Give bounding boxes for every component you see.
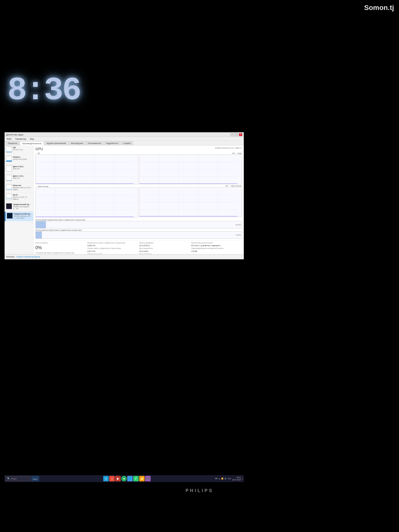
tab-app-history[interactable]: Журнал приложений [44, 141, 68, 145]
gpu-3d-container: ← 3D [35, 152, 138, 184]
gpu-3d-graph [35, 154, 138, 184]
sidebar-item-memory[interactable]: Память 3,6/19,9 ГБ (23%) [5, 155, 33, 164]
sidebar-item-wifi[interactable]: Wi-Fi Wi-Fi 0; 6,175; 3,7 Мбит/с [5, 193, 33, 202]
network-icon: 📶 [221, 478, 223, 480]
tab-startup[interactable]: Автозагрузка [69, 141, 85, 145]
app-browser[interactable]: 🌐 [127, 476, 133, 481]
cpu-info: ЦП 1% 3,77 ГГц [13, 146, 32, 151]
mem-bar [6, 160, 12, 162]
eth-line [6, 189, 12, 189]
taskbar-time: 20:42 23.07.2024 [232, 476, 241, 481]
shared-value: 7,9 ГБ [236, 234, 241, 236]
tab-details[interactable]: Подробности [104, 141, 120, 145]
mem-name: Память [13, 156, 32, 158]
menubar: Файл Параметры Вид [5, 137, 244, 141]
gpu-nvidia-name: Графический пр... [14, 213, 32, 215]
app-game[interactable]: 🎮 [145, 476, 151, 481]
clock-display-bar: 20:42 [232, 476, 241, 479]
disk0-sub: SSD 0% [13, 168, 32, 170]
gpu-bottom-graphs: ← Video Encode [35, 185, 242, 217]
release-value: 01.01.2024 [139, 250, 190, 253]
shared-bar: 7,9 ГБ [35, 231, 242, 239]
cpu-sub: 1% 3,77 ГГц [13, 149, 32, 151]
menu-file[interactable]: Файл [6, 137, 12, 140]
disk0-name: Диск 0 (D:) [13, 165, 32, 168]
total-value: 0,0/7,9 ГБ [87, 250, 138, 253]
disk1-sub: SSD 1% [13, 177, 32, 179]
wifi-name: Wi-Fi [13, 194, 32, 196]
disk1-info: Диск 1 (C:) SSD 1% [13, 175, 32, 179]
gpu-intel-name: Графический пр... [13, 203, 32, 206]
volume-icon: 🔊 [224, 478, 227, 480]
usage-label: Использование [35, 241, 86, 244]
start-label: Сбыт [33, 478, 38, 480]
gpu-nvidia-mini-graph [7, 213, 13, 219]
disk1-mini-graph [6, 175, 12, 181]
app-video[interactable]: ▶ [115, 476, 121, 481]
gpu-copy-graph [139, 154, 242, 184]
open-monitor-link[interactable]: Открыть монитор ресурсов [16, 256, 40, 258]
location-value: PCI слот 1, устройство 0, функция 0 [191, 244, 242, 247]
taskbar-search[interactable]: 🔍 Поиск [5, 476, 30, 481]
sidebar-item-gpu-intel[interactable]: Графический пр... Intel(R) HD Graphics 6… [5, 202, 33, 212]
driver-label: Версия драйвера [139, 241, 190, 244]
app-telegram[interactable]: ✈ [103, 476, 109, 481]
gpu-decode-graph [139, 187, 242, 217]
tray-icon-1: ▲ [218, 478, 220, 480]
gpu-3d-label: ← 3D [35, 152, 40, 154]
gpu-intel-bar [6, 209, 12, 209]
gpu-intel-mini-graph [6, 203, 12, 209]
gpu-copy-container: 0% ← Copy [139, 152, 242, 184]
window-title: Диспетчер задач [6, 133, 23, 136]
shared-memory-section: Использование общей памяти графического … [35, 229, 242, 239]
app-folder[interactable]: 📁 [139, 476, 145, 481]
tab-processes[interactable]: Процессы [6, 141, 19, 145]
shared-label: Использование общей памяти графического … [35, 229, 242, 231]
app-check[interactable]: ✔ [133, 476, 139, 481]
disk1-name: Диск 1 (C:) [13, 175, 32, 177]
clock-display: 8:36 [7, 72, 80, 109]
vram-label: Используемая выделенная память графическ… [35, 219, 242, 221]
tm-body: ЦП 1% 3,77 ГГц Память 3,6/19,9 ГБ (23%) [5, 145, 244, 255]
tm-bottombar: Минимум Открыть монитор ресурсов [5, 254, 244, 259]
minimize-btn[interactable]: ─ [230, 133, 234, 136]
gpu-decode-container: 0% ← Video Decode [139, 185, 242, 217]
task-manager-window: Диспетчер задач ─ □ ✕ Файл Параметры Вид… [4, 132, 244, 259]
app-green1[interactable]: ● [121, 476, 127, 481]
vram-bar: 6,0 ГБ [35, 221, 242, 228]
cpu-name: ЦП [13, 146, 32, 149]
gpu-copy-label: 0% ← Copy [232, 152, 242, 154]
taskbar-apps: ✈ ♪ ▶ ● 🌐 ✔ 📁 🎮 [40, 476, 214, 481]
tab-performance[interactable]: Производительность [20, 141, 44, 145]
driver-value: 31.0.15.5176 [139, 244, 190, 247]
menu-view[interactable]: Вид [29, 137, 34, 140]
sidebar-item-gpu-nvidia[interactable]: Графический пр... NVIDIA GeForce GTX 1..… [5, 212, 33, 221]
taskbar: 🔍 Поиск Сбыт ✈ ♪ ▶ ● 🌐 ✔ 📁 🎮 ⌨ ▲ 📶 🔊 РУС… [4, 475, 244, 482]
tab-users[interactable]: Пользователи [86, 141, 103, 145]
watermark-text: Somon.tj [364, 4, 394, 12]
vram-section: Используемая выделенная память графическ… [35, 219, 242, 228]
app-music[interactable]: ♪ [109, 476, 115, 481]
reserved-label: Зарезервированная аппаратная память [191, 247, 242, 250]
gpu-header: GPU NVIDIA GeForce GTX 1660 Ti [35, 147, 242, 151]
sidebar-item-ethernet[interactable]: Ethernet Radeon VPN 0; 0,75; 0 Кбит/с [5, 183, 33, 193]
gpu-decode-label: 0% ← Video Decode [225, 185, 242, 187]
sidebar-item-cpu[interactable]: ЦП 1% 3,77 ГГц [5, 145, 33, 155]
eth-sub: Radeon VPN 0; 0,75; 0 Кбит/с [13, 187, 32, 191]
menu-params[interactable]: Параметры [14, 137, 27, 140]
wifi-line [6, 198, 12, 198]
location-stat: Физическое расположение PCI слот 1, устр… [191, 241, 242, 255]
sidebar-item-disk1[interactable]: Диск 1 (C:) SSD 1% [5, 174, 33, 183]
maximize-btn[interactable]: □ [235, 133, 238, 136]
tab-bar: Процессы Производительность Журнал прило… [5, 141, 244, 145]
show-desktop-btn[interactable]: ▯ [242, 478, 243, 480]
close-btn[interactable]: ✕ [239, 133, 242, 136]
vram-value: 6,0 ГБ [236, 224, 241, 226]
dedicated-label: Выделенная память графического процессор… [87, 241, 138, 244]
tab-services[interactable]: Службы [121, 141, 133, 145]
start-button[interactable]: Сбыт [31, 476, 39, 481]
wifi-info: Wi-Fi Wi-Fi 0; 6,175; 3,7 Мбит/с [13, 194, 32, 200]
minimize-text[interactable]: Минимум [6, 256, 14, 258]
disk0-mini-graph [6, 165, 12, 171]
sidebar-item-disk0[interactable]: Диск 0 (D:) SSD 0% [5, 164, 33, 174]
